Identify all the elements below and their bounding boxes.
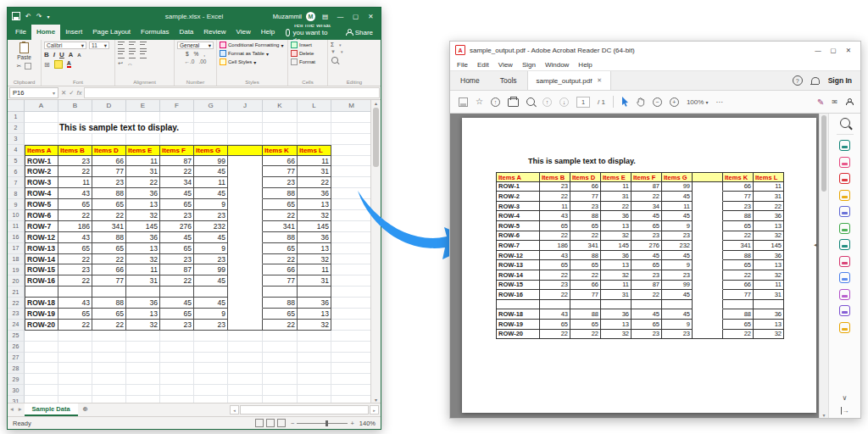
row-header-25[interactable]: 25: [8, 331, 25, 342]
redact-icon[interactable]: [839, 289, 850, 300]
cell-E23[interactable]: 13: [126, 309, 160, 320]
cell-B25[interactable]: [58, 331, 92, 342]
cell-G28[interactable]: [194, 363, 228, 374]
row-header-29[interactable]: 29: [8, 374, 25, 385]
borders-icon[interactable]: ⊞: [44, 61, 50, 69]
cell-G5[interactable]: 99: [194, 156, 228, 167]
cell-K10[interactable]: 22: [263, 210, 298, 221]
cell-L19[interactable]: 11: [298, 264, 331, 275]
cell-G29[interactable]: [194, 374, 228, 385]
cell-J31[interactable]: [228, 396, 263, 403]
cell-B4[interactable]: Items B: [58, 145, 92, 156]
maximize-button[interactable]: ▢: [826, 47, 840, 54]
cell-G27[interactable]: [194, 353, 228, 364]
cell-E25[interactable]: [126, 331, 160, 342]
cell-J2[interactable]: [228, 123, 263, 134]
cell-D3[interactable]: [92, 134, 126, 145]
cell-B28[interactable]: [58, 363, 92, 374]
cell-G21[interactable]: [194, 287, 228, 298]
cell-B21[interactable]: [58, 287, 92, 298]
protect-icon[interactable]: [839, 272, 850, 283]
cell-A31[interactable]: [25, 396, 58, 403]
zoom-percentage[interactable]: 140%: [359, 420, 376, 427]
tab-home[interactable]: Home: [450, 71, 490, 90]
cell-B23[interactable]: 65: [58, 309, 92, 320]
cell-L1[interactable]: [298, 112, 331, 123]
cell-E8[interactable]: 36: [126, 188, 160, 199]
delete-cells-button[interactable]: Delete: [291, 50, 325, 57]
cell-B10[interactable]: 22: [58, 210, 92, 221]
cell-F7[interactable]: 34: [160, 177, 194, 188]
cell-D30[interactable]: [92, 385, 126, 396]
cell-K31[interactable]: [263, 396, 298, 403]
currency-icon[interactable]: $: [186, 51, 189, 57]
share-button[interactable]: Share: [338, 25, 381, 40]
cell-E26[interactable]: [126, 342, 160, 353]
italic-button[interactable]: I: [53, 51, 55, 58]
insert-cells-button[interactable]: Insert: [291, 42, 325, 48]
cell-G24[interactable]: 23: [194, 320, 228, 331]
align-left-icon[interactable]: [118, 51, 125, 58]
cell-B2[interactable]: This is sample text to display.: [58, 123, 92, 134]
cell-M31[interactable]: [331, 396, 370, 403]
cell-E21[interactable]: [126, 287, 160, 298]
minimize-button[interactable]: —: [335, 13, 346, 20]
cell-B7[interactable]: 11: [58, 177, 92, 188]
autosum-icon[interactable]: Σ: [331, 42, 334, 47]
ribbon-tab-formulas[interactable]: Formulas: [136, 25, 174, 40]
cell-G9[interactable]: 9: [194, 199, 228, 210]
cell-B22[interactable]: 43: [58, 298, 92, 309]
envelope-icon[interactable]: ✉: [832, 98, 837, 106]
cell-B6[interactable]: 22: [58, 166, 92, 177]
row-header-10[interactable]: 10: [8, 210, 25, 221]
cell-B3[interactable]: [58, 134, 92, 145]
bold-button[interactable]: B: [44, 51, 49, 58]
cell-F5[interactable]: 87: [160, 156, 194, 167]
format-as-table-button[interactable]: Format as Table ▾: [220, 50, 285, 57]
cell-M28[interactable]: [331, 363, 370, 374]
cell-F16[interactable]: 45: [160, 232, 194, 243]
cell-G11[interactable]: 232: [194, 221, 228, 232]
excel-horizontal-scrollbar[interactable]: ◂ ▸: [230, 403, 381, 416]
cell-A21[interactable]: [25, 287, 58, 298]
cell-J25[interactable]: [228, 331, 263, 342]
cell-L21[interactable]: [298, 287, 331, 298]
cell-E3[interactable]: [126, 134, 160, 145]
fill-color-icon[interactable]: [54, 60, 63, 69]
normal-view-icon[interactable]: [255, 419, 264, 427]
cell-F10[interactable]: 23: [160, 210, 194, 221]
cell-G30[interactable]: [194, 385, 228, 396]
select-tool-icon[interactable]: [621, 97, 629, 107]
cell-K20[interactable]: 77: [263, 275, 298, 287]
menu-sign[interactable]: Sign: [522, 61, 536, 69]
cell-A22[interactable]: ROW-18: [25, 298, 58, 309]
increase-decimal-icon[interactable]: ←.0: [185, 58, 195, 64]
cell-E22[interactable]: 36: [126, 298, 160, 309]
cell-A17[interactable]: ROW-13: [25, 243, 58, 254]
panel-collapse-icon[interactable]: ◄: [813, 242, 818, 248]
row-header-21[interactable]: 21: [8, 287, 25, 298]
cell-J24[interactable]: [228, 320, 263, 331]
zoom-out-icon[interactable]: −: [291, 420, 294, 427]
cell-D26[interactable]: [92, 342, 126, 353]
cell-M19[interactable]: [331, 264, 370, 275]
star-icon[interactable]: ☆: [476, 97, 483, 106]
cell-J17[interactable]: [228, 243, 263, 254]
cell-K18[interactable]: 22: [263, 254, 298, 265]
cell-K1[interactable]: [263, 112, 298, 123]
menu-help[interactable]: Help: [578, 61, 592, 69]
redo-icon[interactable]: ↷: [36, 13, 42, 20]
cell-L25[interactable]: [298, 331, 331, 342]
row-header-28[interactable]: 28: [8, 363, 25, 374]
undo-icon[interactable]: ↶: [25, 13, 31, 20]
create-pdf-icon[interactable]: [839, 173, 850, 184]
cell-B18[interactable]: 22: [58, 254, 92, 265]
cell-L4[interactable]: Items L: [298, 145, 331, 156]
cell-F30[interactable]: [160, 385, 194, 396]
cell-A24[interactable]: ROW-20: [25, 320, 58, 331]
cell-A8[interactable]: ROW-4: [25, 188, 58, 199]
cell-G17[interactable]: 9: [194, 243, 228, 254]
cell-E10[interactable]: 32: [126, 210, 160, 221]
cell-K2[interactable]: [263, 123, 298, 134]
cell-B16[interactable]: 43: [58, 232, 92, 243]
